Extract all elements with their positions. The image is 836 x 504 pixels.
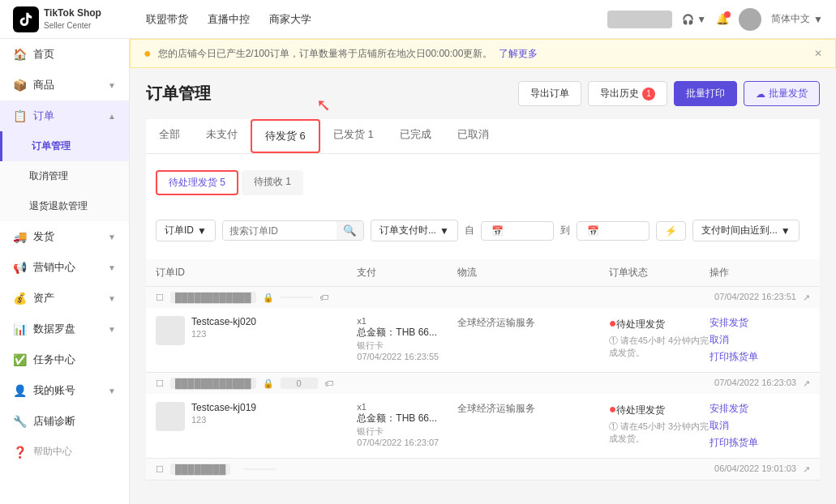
batch-print-button[interactable]: 批量打印 [674, 81, 737, 106]
notification-dot [724, 11, 731, 18]
account-icon: 👤 [13, 384, 27, 397]
export-history-button[interactable]: 导出历史 1 [588, 81, 667, 106]
sidebar-label-cancel-management: 取消管理 [29, 169, 68, 183]
action-ship-2[interactable]: 安排发货 [710, 402, 810, 416]
language-selector[interactable]: 简体中文 ▼ [771, 12, 823, 26]
sort-selector[interactable]: 支付时间由近到... ▼ [692, 220, 800, 241]
action-print-1[interactable]: 打印拣货单 [710, 350, 810, 364]
date-to-label: 到 [560, 224, 570, 237]
sidebar-item-help[interactable]: ❓ 帮助中心 [0, 437, 129, 467]
order-checkbox-1[interactable]: ☐ [156, 293, 164, 303]
action-cancel-2[interactable]: 取消 [710, 419, 810, 433]
order-row-top-3: ☐ ████████ 06/04/2022 19:01:03 ↗ [146, 459, 820, 480]
sidebar-label-refund-management: 退货退款管理 [29, 199, 88, 213]
tab-shipped[interactable]: 已发货 1 [320, 119, 387, 153]
calendar-icon: 📅 [491, 225, 504, 237]
payment-method-1: 银行卡 [357, 340, 457, 352]
nav-link-live[interactable]: 直播中控 [208, 12, 250, 27]
sidebar-item-data[interactable]: 📊 数据罗盘 ▼ [0, 314, 129, 344]
sidebar: 🏠 首页 📦 商品 ▼ 📋 订单 ▲ 订单管理 取消管理 退货退款管理 🚚 [0, 39, 130, 504]
table-row: ☐ ████████ 06/04/2022 19:01:03 ↗ [146, 459, 820, 481]
product-image-1 [156, 316, 185, 345]
tabs-container: 全部 未支付 待发货 6 已发货 1 已完成 已取消 [146, 119, 820, 481]
col-payment: 支付 [357, 266, 457, 280]
main-content: ● 您的店铺今日已产生2/100订单，订单数量将于店铺所在地次日00:00:00… [130, 39, 836, 504]
field-selector[interactable]: 订单ID ▼ [156, 220, 216, 241]
sidebar-item-tasks[interactable]: ✅ 任务中心 [0, 344, 129, 375]
col-order-id: 订单ID [156, 266, 357, 280]
order-id-top-2: ████████████ [170, 378, 256, 389]
order-row-body-1: Testcase-kj020 123 x1 总金额：THB 66... 银行卡 … [146, 308, 820, 372]
action-cancel-1[interactable]: 取消 [710, 333, 810, 347]
filter-row: 订单ID ▼ 🔍 订单支付时... ▼ 自 📅 [146, 211, 820, 250]
marketing-icon: 📢 [13, 261, 27, 274]
order-date-3: 06/04/2022 19:01:03 [714, 463, 796, 473]
sidebar-item-assets[interactable]: 💰 资产 ▼ [0, 283, 129, 314]
export-orders-button[interactable]: 导出订单 [518, 81, 581, 106]
sidebar-item-order-management[interactable]: 订单管理 [0, 131, 129, 161]
tab-completed[interactable]: 已完成 [387, 119, 444, 153]
order-id-top-3: ████████ [170, 463, 230, 475]
order-payment-1: x1 总金额：THB 66... 银行卡 07/04/2022 16:23:55 [357, 316, 457, 361]
nav-links: 联盟带货 直播中控 商家大学 [146, 12, 588, 27]
filter-button[interactable]: ⚡ [656, 221, 686, 241]
sidebar-item-products[interactable]: 📦 商品 ▼ [0, 70, 129, 100]
batch-ship-button[interactable]: ☁ 批量发货 [744, 81, 820, 106]
notification-banner: ● 您的店铺今日已产生2/100订单，订单数量将于店铺所在地次日00:00:00… [130, 39, 836, 68]
order-checkbox-2[interactable]: ☐ [156, 378, 164, 389]
banner-link[interactable]: 了解更多 [499, 47, 538, 61]
assets-icon: 💰 [13, 292, 27, 305]
sidebar-item-account[interactable]: 👤 我的账号 ▼ [0, 375, 129, 406]
chevron-down-icon-date: ▼ [439, 225, 449, 237]
user-avatar [739, 8, 761, 31]
avatar [607, 11, 672, 28]
sidebar-item-home[interactable]: 🏠 首页 [0, 39, 129, 70]
external-link-icon-1: ↗ [803, 293, 810, 303]
headset-btn[interactable]: 🎧 ▼ [682, 14, 706, 25]
date-end-input[interactable]: 📅 [577, 221, 650, 241]
order-date-2: 07/04/2022 16:23:03 [714, 378, 796, 387]
product-info-2: Testcase-kj019 123 [191, 402, 256, 425]
product-sub-1: 123 [191, 329, 256, 339]
order-tag-3 [243, 468, 276, 470]
order-checkbox-3[interactable]: ☐ [156, 464, 164, 475]
help-icon: ❓ [13, 446, 27, 459]
qty-2: x1 [357, 402, 457, 412]
close-icon[interactable]: ✕ [814, 48, 822, 59]
external-link-icon-2: ↗ [803, 378, 810, 389]
tab-pending[interactable]: 待发货 6 [251, 119, 320, 153]
date-start-input[interactable]: 📅 [481, 221, 554, 241]
sidebar-item-refund-management[interactable]: 退货退款管理 [0, 191, 129, 221]
nav-link-alliance[interactable]: 联盟带货 [146, 12, 188, 27]
tab-cancelled[interactable]: 已取消 [444, 119, 502, 153]
sidebar-item-store-diag[interactable]: 🔧 店铺诊断 [0, 406, 129, 437]
date-range-picker[interactable]: 订单支付时... ▼ [371, 220, 458, 241]
sub-tab-pending-receive[interactable]: 待揽收 1 [242, 170, 303, 195]
nav-link-university[interactable]: 商家大学 [269, 12, 311, 27]
action-ship-1[interactable]: 安排发货 [710, 316, 810, 330]
tab-all[interactable]: 全部 [146, 119, 193, 153]
sidebar-label-assets: 资产 [33, 291, 54, 305]
search-wrap: 🔍 [222, 220, 364, 241]
sidebar-label-delivery: 发货 [33, 229, 54, 244]
payment-total-2: 总金额：THB 66... [357, 412, 457, 425]
chevron-down-icon: ▼ [197, 225, 207, 237]
chevron-right-icon-data: ▼ [108, 325, 116, 334]
tab-unpaid[interactable]: 未支付 [193, 119, 251, 153]
payment-time-2: 07/04/2022 16:23:07 [357, 438, 457, 447]
order-id-top-1: ████████████ [170, 292, 256, 303]
sidebar-item-marketing[interactable]: 📢 营销中心 ▼ [0, 252, 129, 283]
action-print-2[interactable]: 打印拣货单 [710, 436, 810, 450]
sidebar-item-orders[interactable]: 📋 订单 ▲ [0, 100, 129, 131]
sidebar-item-delivery[interactable]: 🚚 发货 ▼ [0, 221, 129, 252]
status-warning-1: ① 请在45小时 4分钟内完成发货。 [609, 335, 710, 359]
sidebar-item-cancel-management[interactable]: 取消管理 [0, 161, 129, 191]
external-link-icon-3: ↗ [803, 464, 810, 475]
search-button[interactable]: 🔍 [337, 221, 363, 240]
order-actions-1: 安排发货 取消 打印拣货单 [710, 316, 810, 364]
export-history-badge: 1 [642, 88, 655, 100]
order-date-1: 07/04/2022 16:23:51 [714, 292, 796, 301]
search-input[interactable] [223, 222, 337, 240]
sub-tab-pending-ship[interactable]: 待处理发货 5 [156, 170, 238, 195]
order-status-2: ●待处理发货 ① 请在45小时 3分钟内完成发货。 [609, 402, 710, 445]
